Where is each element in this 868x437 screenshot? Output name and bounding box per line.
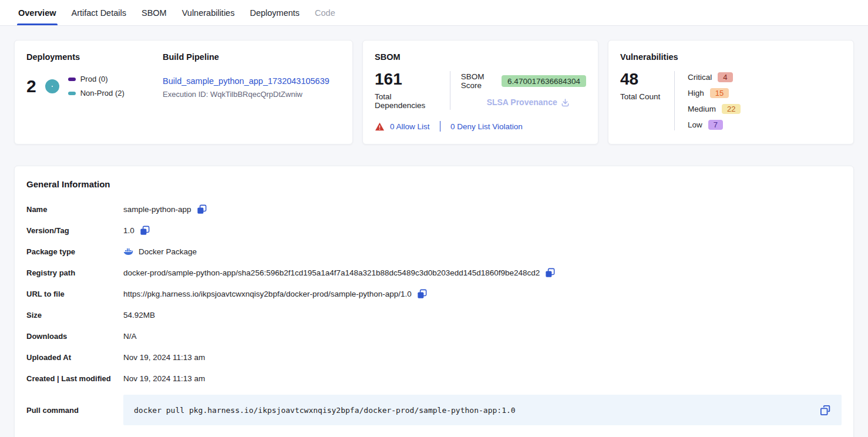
url-to-file-label: URL to file [26, 290, 123, 298]
copy-icon[interactable] [545, 268, 555, 278]
row-pull-command: Pull command docker pull pkg.harness.io/… [26, 395, 842, 425]
vulnerabilities-card: Vulnerabilities 48 Total Count Critical … [608, 40, 854, 144]
pull-command-label: Pull command [26, 406, 123, 415]
severity-row-medium: Medium 22 [688, 103, 741, 115]
registry-path-value: docker-prod/sample-python-app/sha256:596… [123, 268, 540, 277]
deployments-donut-chart [45, 79, 59, 93]
vulnerabilities-total-stat: 48 Total Count [620, 71, 674, 130]
row-url-to-file: URL to file https://pkg.harness.io/ikpsj… [26, 283, 842, 304]
execution-id-text: Execution ID: WqkTilbBRqecQrpDtZwniw [163, 90, 341, 99]
critical-count-badge: 4 [718, 72, 732, 82]
tab-sbom[interactable]: SBOM [142, 0, 167, 25]
tab-deployments[interactable]: Deployments [250, 0, 300, 25]
build-pipeline-section: Build Pipeline Build_sample_python_app_1… [163, 52, 341, 132]
general-information-card: General Information Name sample-python-a… [14, 166, 854, 437]
package-type-value: Docker Package [139, 247, 197, 256]
prod-legend-label: Prod (0) [80, 75, 108, 83]
severity-row-low: Low 7 [688, 119, 741, 130]
legend-item-prod: Prod (0) [68, 75, 125, 83]
deployments-legend: Prod (0) Non-Prod (2) [68, 75, 125, 98]
name-value: sample-python-app [123, 205, 191, 214]
docker-icon [123, 247, 133, 256]
severity-row-critical: Critical 4 [688, 71, 741, 83]
allow-list-link[interactable]: 0 Allow List [390, 122, 430, 131]
sbom-title: SBOM [375, 52, 586, 62]
high-label: High [688, 89, 704, 98]
main-content: Deployments 2 Prod (0) Non-Prod (2) [0, 26, 868, 437]
sbom-card: SBOM 161 Total Dependencies SBOM Score 6… [362, 40, 598, 144]
page: Overview Artifact Details SBOM Vulnerabi… [0, 0, 868, 437]
vertical-divider [674, 71, 675, 130]
deployments-count: 2 [26, 78, 36, 95]
nonprod-legend-label: Non-Prod (2) [80, 89, 125, 98]
low-count-badge: 7 [708, 120, 723, 130]
tab-overview[interactable]: Overview [18, 0, 56, 25]
registry-path-label: Registry path [26, 268, 123, 277]
row-created-modified: Created | Last modified Nov 19, 2024 11:… [26, 368, 842, 389]
vertical-divider [450, 71, 450, 110]
tab-artifact-details[interactable]: Artifact Details [72, 0, 126, 25]
row-name: Name sample-python-app [26, 199, 842, 220]
summary-cards-row: Deployments 2 Prod (0) Non-Prod (2) [14, 40, 854, 144]
row-registry-path: Registry path docker-prod/sample-python-… [26, 262, 842, 283]
build-pipeline-title: Build Pipeline [163, 52, 341, 62]
size-value: 54.92MB [123, 311, 155, 320]
row-uploaded-at: Uploaded At Nov 19, 2024 11:13 am [26, 347, 842, 368]
package-type-label: Package type [26, 247, 123, 256]
version-tag-value: 1.0 [123, 226, 134, 235]
critical-label: Critical [688, 73, 712, 82]
deployments-card: Deployments 2 Prod (0) Non-Prod (2) [14, 40, 353, 144]
created-modified-label: Created | Last modified [26, 374, 123, 383]
medium-label: Medium [688, 105, 716, 113]
downloads-value: N/A [123, 332, 137, 341]
medium-count-badge: 22 [722, 104, 741, 114]
link-divider [440, 121, 441, 132]
deployments-section: Deployments 2 Prod (0) Non-Prod (2) [26, 52, 163, 132]
low-label: Low [688, 120, 702, 129]
copy-icon[interactable] [140, 226, 150, 236]
created-modified-value: Nov 19, 2024 11:13 am [123, 374, 205, 383]
url-to-file-value: https://pkg.harness.io/ikpsjoavtcwxnqisy… [123, 290, 412, 298]
high-count-badge: 15 [710, 88, 729, 98]
sbom-total-label: Total Dependencies [375, 92, 439, 110]
prod-legend-dot [68, 78, 76, 81]
legend-item-nonprod: Non-Prod (2) [68, 89, 125, 98]
sbom-total-count: 161 [375, 71, 439, 88]
vulnerabilities-total-count: 48 [620, 71, 674, 88]
version-tag-label: Version/Tag [26, 226, 123, 235]
general-information-title: General Information [26, 179, 842, 189]
severity-row-high: High 15 [688, 87, 741, 99]
row-size: Size 54.92MB [26, 304, 842, 325]
pull-command-box: docker pull pkg.harness.io/ikpsjoavtcwxn… [123, 395, 842, 425]
row-version-tag: Version/Tag 1.0 [26, 220, 842, 241]
slsa-provenance-label: SLSA Provenance [487, 98, 557, 107]
tab-code: Code [315, 0, 335, 25]
download-icon [561, 98, 570, 107]
sbom-score-label: SBOM Score [461, 72, 497, 90]
copy-icon[interactable] [820, 405, 831, 416]
severity-list: Critical 4 High 15 Medium 22 Low [688, 71, 741, 130]
deny-list-link[interactable]: 0 Deny List Violation [450, 122, 523, 131]
uploaded-at-value: Nov 19, 2024 11:13 am [123, 353, 205, 362]
copy-icon[interactable] [197, 204, 207, 214]
pull-command-text: docker pull pkg.harness.io/ikpsjoavtcwxn… [134, 406, 516, 415]
uploaded-at-label: Uploaded At [26, 353, 123, 362]
deployments-title: Deployments [26, 52, 163, 62]
nonprod-legend-dot [68, 92, 76, 95]
name-label: Name [26, 205, 123, 214]
row-package-type: Package type Docker Package [26, 241, 842, 262]
vulnerabilities-title: Vulnerabilities [620, 52, 842, 62]
downloads-label: Downloads [26, 332, 123, 341]
tab-bar: Overview Artifact Details SBOM Vulnerabi… [0, 0, 868, 26]
vulnerabilities-total-label: Total Count [620, 92, 674, 101]
copy-icon[interactable] [417, 289, 427, 299]
row-downloads: Downloads N/A [26, 325, 842, 347]
warning-icon [375, 122, 385, 131]
size-label: Size [26, 311, 123, 320]
slsa-provenance-link[interactable]: SLSA Provenance [487, 98, 586, 107]
build-pipeline-link[interactable]: Build_sample_python_app_1732043105639 [163, 76, 341, 86]
sbom-score-badge: 6.470017636684304 [502, 75, 586, 87]
tab-vulnerabilities[interactable]: Vulnerabilities [182, 0, 235, 25]
sbom-total-stat: 161 Total Dependencies [375, 71, 439, 110]
